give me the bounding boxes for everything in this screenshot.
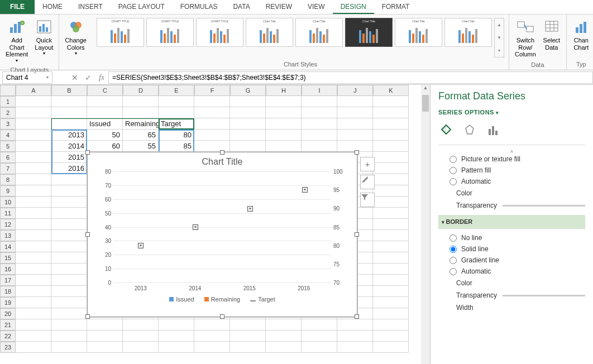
cell[interactable] xyxy=(373,185,409,197)
resize-handle[interactable] xyxy=(355,150,359,155)
row-header[interactable]: 14 xyxy=(0,241,16,252)
gallery-more[interactable]: ▲▼▾ xyxy=(494,18,504,58)
cell[interactable] xyxy=(373,241,409,252)
chart-elements-button[interactable]: ＋ xyxy=(360,157,375,171)
cell[interactable] xyxy=(16,308,51,319)
row-header[interactable]: 6 xyxy=(0,152,16,163)
fill-option-automatic[interactable]: Automatic xyxy=(438,176,585,187)
cell[interactable]: 50 xyxy=(87,130,123,141)
legend-item[interactable]: Remaining xyxy=(204,296,241,303)
column-header[interactable]: H xyxy=(266,85,302,96)
cell[interactable] xyxy=(16,197,51,208)
cell[interactable] xyxy=(159,96,194,107)
cell[interactable] xyxy=(16,219,51,230)
cancel-formula-button[interactable]: ✕ xyxy=(68,73,82,82)
cell[interactable] xyxy=(373,342,409,353)
cell[interactable] xyxy=(302,118,337,130)
tab-format[interactable]: FORMAT xyxy=(374,0,418,14)
cell[interactable] xyxy=(51,252,87,264)
tab-data[interactable]: DATA xyxy=(225,0,257,14)
cell[interactable] xyxy=(230,141,266,152)
cell[interactable] xyxy=(266,331,302,342)
row-header[interactable]: 1 xyxy=(0,96,16,107)
cell[interactable] xyxy=(373,163,409,174)
cell[interactable] xyxy=(123,331,159,342)
fx-button[interactable]: fx xyxy=(95,73,108,82)
cell[interactable] xyxy=(16,152,51,163)
border-width-row[interactable]: Width xyxy=(438,301,585,314)
column-header[interactable]: I xyxy=(302,85,337,96)
cell[interactable] xyxy=(194,319,230,331)
cell[interactable] xyxy=(373,230,409,241)
chart-style-2[interactable]: CHART TITLE xyxy=(146,18,194,47)
cell[interactable] xyxy=(302,331,337,342)
cell[interactable]: Remaining xyxy=(123,118,159,130)
fill-option-pattern[interactable]: Pattern fill xyxy=(438,165,585,176)
column-header[interactable]: J xyxy=(337,85,373,96)
fill-option-picture[interactable]: Picture or texture fill xyxy=(438,154,585,165)
cell[interactable] xyxy=(194,342,230,353)
cell[interactable] xyxy=(337,331,373,342)
resize-handle[interactable] xyxy=(355,314,359,319)
cell[interactable] xyxy=(373,286,409,297)
resize-handle[interactable] xyxy=(355,232,359,237)
cell[interactable] xyxy=(159,319,194,331)
cell[interactable] xyxy=(16,252,51,264)
cell[interactable] xyxy=(194,118,230,130)
cell[interactable] xyxy=(373,118,409,130)
row-header[interactable]: 7 xyxy=(0,163,16,174)
border-transparency-row[interactable]: Transparency xyxy=(438,289,585,301)
cell[interactable] xyxy=(16,107,51,118)
transparency-slider[interactable] xyxy=(503,205,585,207)
cell[interactable] xyxy=(373,107,409,118)
legend-item[interactable]: Target xyxy=(250,296,275,303)
row-header[interactable]: 16 xyxy=(0,264,16,275)
cell[interactable] xyxy=(373,308,409,319)
row-header[interactable]: 15 xyxy=(0,252,16,264)
cell[interactable] xyxy=(337,107,373,118)
cell[interactable] xyxy=(87,96,123,107)
resize-handle[interactable] xyxy=(220,314,224,319)
cell[interactable] xyxy=(302,130,337,141)
column-header[interactable]: E xyxy=(159,85,194,96)
cell[interactable] xyxy=(373,130,409,141)
cell[interactable] xyxy=(159,107,194,118)
cell[interactable] xyxy=(16,96,51,107)
cell[interactable] xyxy=(266,130,302,141)
chart-title[interactable]: Chart Title xyxy=(88,152,357,171)
cell[interactable] xyxy=(87,107,123,118)
border-transparency-slider[interactable] xyxy=(503,295,585,296)
cell[interactable] xyxy=(373,331,409,342)
border-section-header[interactable]: BORDER xyxy=(438,215,585,229)
tab-review[interactable]: REVIEW xyxy=(258,0,300,14)
cell[interactable]: 80 xyxy=(159,130,194,141)
column-header[interactable]: D xyxy=(123,85,159,96)
column-header[interactable]: F xyxy=(194,85,230,96)
chart-style-5[interactable]: Chart Title xyxy=(295,18,343,47)
select-all-corner[interactable] xyxy=(0,85,16,96)
row-header[interactable]: 5 xyxy=(0,141,16,152)
cell[interactable] xyxy=(194,107,230,118)
cell[interactable] xyxy=(16,331,51,342)
cell[interactable] xyxy=(302,96,337,107)
cell[interactable] xyxy=(266,319,302,331)
tab-page-layout[interactable]: PAGE LAYOUT xyxy=(111,0,173,14)
cell[interactable] xyxy=(194,96,230,107)
cell[interactable]: 2013 xyxy=(51,130,87,141)
cell[interactable] xyxy=(123,96,159,107)
chart-style-8[interactable]: Chart Title xyxy=(444,18,492,47)
cell[interactable] xyxy=(266,141,302,152)
chart-plot-area[interactable]: 01020304050607080707580859095100✦✦✦✦ xyxy=(113,171,331,283)
cell[interactable] xyxy=(230,342,266,353)
cell[interactable] xyxy=(266,96,302,107)
cell[interactable] xyxy=(16,275,51,286)
cell[interactable] xyxy=(373,275,409,286)
tab-design[interactable]: DESIGN xyxy=(333,0,374,14)
cell[interactable] xyxy=(123,319,159,331)
series-options-icon[interactable] xyxy=(485,122,501,138)
row-header[interactable]: 3 xyxy=(0,118,16,130)
row-header[interactable]: 23 xyxy=(0,342,16,353)
cell[interactable] xyxy=(51,208,87,219)
row-header[interactable]: 2 xyxy=(0,107,16,118)
row-header[interactable]: 18 xyxy=(0,286,16,297)
